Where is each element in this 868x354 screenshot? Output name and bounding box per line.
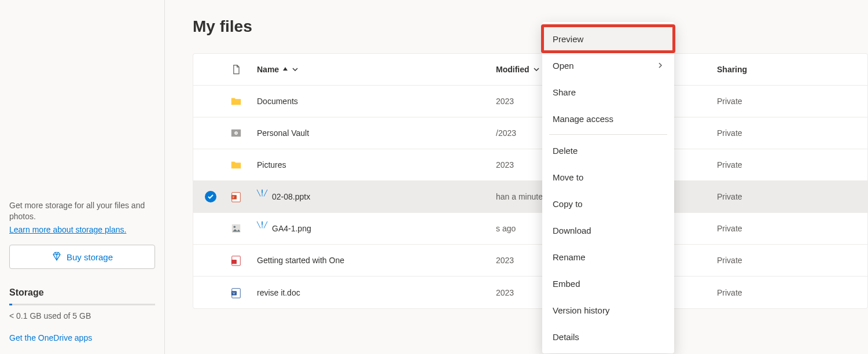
storage-heading: Storage [9, 287, 155, 298]
file-type-icon [230, 95, 257, 107]
file-sharing: Private [717, 160, 867, 169]
buy-storage-button[interactable]: Buy storage [9, 245, 155, 269]
chevron-down-icon [292, 66, 299, 73]
context-menu-label: Move to [553, 172, 583, 182]
table-row[interactable]: Pictures2023Private [193, 149, 867, 181]
context-menu-item-download[interactable]: Download [542, 217, 674, 244]
file-sharing: Private [717, 256, 867, 265]
storage-promo-text: Get more storage for all your files and … [9, 200, 155, 223]
checked-icon[interactable] [205, 191, 216, 202]
table-header-row: Name Modified File size [193, 54, 867, 86]
file-table: Name Modified File size [193, 53, 868, 309]
column-name-header[interactable]: Name [257, 65, 299, 74]
context-menu-item-version-history[interactable]: Version history [542, 297, 674, 323]
context-menu-label: Version history [553, 305, 609, 315]
context-menu-item-embed[interactable]: Embed [542, 270, 674, 297]
context-menu-item-rename[interactable]: Rename [542, 244, 674, 270]
buy-storage-label: Buy storage [67, 252, 113, 262]
context-menu-item-copy-to[interactable]: Copy to [542, 190, 674, 217]
context-menu-item-delete[interactable]: Delete [542, 137, 674, 164]
diamond-icon [52, 251, 62, 263]
context-menu-label: Share [553, 87, 576, 97]
context-menu-label: Preview [553, 34, 583, 44]
table-row[interactable]: revise it.doc202337.7 KBPrivate [193, 276, 867, 308]
file-name: Documents [257, 97, 298, 106]
file-type-icon [230, 191, 257, 202]
context-menu-item-share[interactable]: Share [542, 79, 674, 105]
table-row[interactable]: Documents2023Private [193, 86, 867, 117]
sync-icon: ╲╿╱ [257, 222, 267, 228]
table-row[interactable]: Personal Vault/2023Private [193, 117, 867, 149]
file-name: 02-08.pptx [272, 192, 310, 201]
table-row[interactable]: ╲╿╱02-08.pptxhan a minute ago1.29 MBPriv… [193, 181, 867, 213]
file-sharing: Private [717, 128, 867, 138]
get-apps-link[interactable]: Get the OneDrive apps [9, 333, 155, 342]
storage-usage-bar [9, 304, 155, 305]
file-sharing: Private [717, 288, 867, 297]
file-sharing: Private [717, 192, 867, 201]
file-icon [230, 64, 242, 75]
file-name: GA4-1.png [272, 224, 311, 233]
sort-asc-icon [282, 67, 288, 72]
context-menu-label: Rename [553, 252, 586, 262]
context-menu-label: Manage access [553, 114, 613, 124]
context-menu-separator [549, 134, 667, 135]
context-menu: PreviewOpenShareManage accessDeleteMove … [542, 22, 674, 353]
chevron-right-icon [657, 62, 664, 69]
file-name: Personal Vault [257, 128, 309, 138]
sync-icon: ╲╿╱ [257, 190, 267, 196]
context-menu-label: Copy to [553, 199, 583, 209]
file-sharing: Private [717, 224, 867, 233]
context-menu-label: Download [553, 226, 591, 235]
file-type-icon [230, 159, 257, 171]
chevron-down-icon [533, 66, 540, 73]
table-row[interactable]: Getting started with One20231.10 MBPriva… [193, 245, 867, 276]
context-menu-label: Delete [553, 146, 578, 156]
file-type-icon [230, 255, 257, 266]
file-name: revise it.doc [257, 288, 300, 297]
table-row[interactable]: ╲╿╱GA4-1.pngs ago75.4 KBPrivate [193, 213, 867, 245]
storage-used-text: < 0.1 GB used of 5 GB [9, 311, 155, 320]
context-menu-label: Details [553, 332, 579, 342]
context-menu-item-manage-access[interactable]: Manage access [542, 105, 674, 132]
context-menu-item-move-to[interactable]: Move to [542, 164, 674, 190]
sidebar: Get more storage for all your files and … [0, 0, 165, 354]
file-type-icon [230, 127, 257, 139]
storage-plans-link[interactable]: Learn more about storage plans. [9, 225, 155, 234]
file-type-icon [230, 287, 257, 298]
context-menu-item-open[interactable]: Open [542, 52, 674, 79]
context-menu-item-details[interactable]: Details [542, 323, 674, 350]
main-panel: My files Name [165, 0, 868, 354]
file-type-icon [230, 223, 257, 234]
column-sharing-header[interactable]: Sharing [717, 65, 867, 74]
context-menu-item-preview[interactable]: Preview [542, 25, 674, 52]
file-name: Pictures [257, 160, 286, 169]
context-menu-label: Open [553, 61, 574, 71]
file-name: Getting started with One [257, 256, 344, 265]
column-file-icon [230, 64, 257, 75]
page-title: My files [193, 17, 868, 36]
file-sharing: Private [717, 97, 867, 106]
context-menu-label: Embed [553, 279, 580, 289]
